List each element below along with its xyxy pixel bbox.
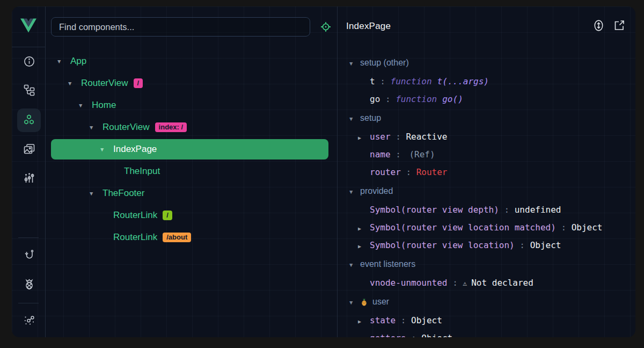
- tree-row-routerlink-2[interactable]: RouterLink /about: [46, 226, 337, 248]
- expand-arrow-icon[interactable]: [358, 333, 370, 337]
- separator: [401, 167, 416, 177]
- state-key: t: [370, 76, 375, 86]
- component-label: RouterLink: [113, 232, 157, 243]
- route-badge: /: [163, 211, 172, 220]
- sidebar-item-outline[interactable]: [17, 79, 41, 103]
- scroll-to-component-button[interactable]: [592, 19, 605, 32]
- state-row-symbol-depth: Symbol(router view depth) undefined: [338, 201, 635, 219]
- component-label: IndexPage: [113, 144, 157, 155]
- warning-icon: Not declared: [463, 278, 533, 288]
- inspect-target-button[interactable]: [317, 20, 334, 34]
- state-row-getters[interactable]: getters Object: [338, 329, 635, 337]
- component-tree-panel: App RouterView / Home RouterView index: …: [46, 47, 338, 337]
- sidebar-item-pinia[interactable]: [17, 273, 41, 297]
- state-key: Symbol(router view depth): [370, 205, 499, 215]
- expand-arrow-icon[interactable]: [358, 222, 370, 233]
- function-keyword: function: [391, 76, 432, 86]
- state-value: Object: [530, 240, 561, 250]
- tree-row-routerview-2[interactable]: RouterView index: /: [46, 116, 337, 138]
- tree-row-app[interactable]: App: [46, 50, 337, 72]
- sidebar-item-assets[interactable]: [17, 138, 41, 162]
- state-row-t: t function t(...args): [338, 73, 635, 90]
- tree-row-theinput[interactable]: TheInput: [46, 160, 337, 182]
- outline-tree-icon: [23, 84, 35, 98]
- state-row-symbol-location[interactable]: Symbol(router view location) Object: [338, 236, 635, 254]
- expand-toggle-icon[interactable]: [78, 102, 92, 108]
- component-label: TheInput: [124, 166, 160, 177]
- state-value: Router: [416, 167, 448, 177]
- component-label: RouterView: [103, 122, 150, 133]
- separator: [391, 132, 406, 142]
- sidebar-item-components[interactable]: [17, 108, 41, 132]
- inspector-header: IndexPage: [338, 6, 635, 47]
- separator: [375, 76, 391, 86]
- search-input[interactable]: [51, 17, 310, 37]
- state-key: getters: [370, 333, 406, 337]
- expand-toggle-icon[interactable]: [89, 190, 103, 197]
- section-label: event listeners: [360, 259, 415, 269]
- separator: [448, 278, 463, 288]
- section-header-setup[interactable]: setup: [338, 108, 635, 128]
- section-label: user: [372, 297, 389, 307]
- section-header-pinia-user[interactable]: user: [338, 292, 635, 311]
- separator: [515, 240, 530, 250]
- state-row-user[interactable]: user Reactive: [338, 128, 635, 146]
- sidebar-item-timeline[interactable]: [17, 167, 41, 191]
- route-badge: index: /: [155, 122, 187, 132]
- collapse-icon: [348, 259, 360, 269]
- component-label: Home: [92, 100, 116, 111]
- tree-row-routerlink[interactable]: RouterLink /: [46, 204, 337, 226]
- section-label: provided: [360, 186, 393, 196]
- state-key: Symbol(router view location matched): [370, 222, 556, 233]
- expand-toggle-icon[interactable]: [56, 58, 70, 64]
- scroll-to-component-icon: [592, 25, 605, 33]
- expand-toggle-icon[interactable]: [99, 146, 113, 153]
- state-row-state[interactable]: state Object: [338, 311, 635, 329]
- section-header-event-listeners[interactable]: event listeners: [338, 254, 635, 274]
- section-label: setup (other): [360, 58, 409, 68]
- expand-toggle-icon[interactable]: [89, 124, 103, 130]
- tree-row-home[interactable]: Home: [46, 94, 337, 116]
- collapse-icon: [348, 113, 360, 123]
- logo-cell: [12, 6, 46, 47]
- component-label: RouterView: [81, 78, 128, 89]
- state-key: vnode-unmounted: [370, 278, 448, 288]
- state-row-symbol-matched[interactable]: Symbol(router view location matched) Obj…: [338, 219, 635, 236]
- tree-row-indexpage-selected[interactable]: IndexPage: [51, 139, 328, 160]
- devtools-window: IndexPage: [12, 6, 635, 337]
- section-label: setup: [360, 113, 381, 123]
- component-label: RouterLink: [113, 210, 157, 221]
- sidebar-item-info[interactable]: [17, 50, 41, 74]
- expand-arrow-icon[interactable]: [358, 240, 370, 250]
- state-value: (Ref): [409, 149, 435, 160]
- sidebar-item-router[interactable]: [17, 244, 41, 267]
- tree-row-thefooter[interactable]: TheFooter: [46, 182, 337, 204]
- inspector-title: IndexPage: [346, 21, 391, 32]
- state-row-go: go function go(): [338, 90, 635, 108]
- expand-arrow-icon[interactable]: [358, 132, 370, 142]
- function-keyword: function: [396, 94, 437, 104]
- target-icon: [320, 21, 332, 34]
- tree-row-routerview[interactable]: RouterView /: [46, 72, 337, 94]
- section-header-setup-other[interactable]: setup (other): [338, 53, 635, 73]
- components-icon: [23, 113, 35, 128]
- graph-icon: [23, 314, 35, 328]
- function-signature: go(): [442, 94, 463, 104]
- inspector-header-actions: [592, 19, 626, 32]
- expand-toggle-icon[interactable]: [67, 80, 81, 86]
- sidebar-item-graph[interactable]: [17, 309, 41, 333]
- state-row-router: router Router: [338, 163, 635, 181]
- state-value: Object: [411, 315, 442, 325]
- component-label: App: [70, 56, 86, 67]
- expand-arrow-icon[interactable]: [358, 315, 370, 325]
- vue-logo-icon: [20, 18, 36, 35]
- state-row-vnode-unmounted: vnode-unmounted Not declared: [338, 274, 635, 292]
- function-signature: t(...args): [437, 76, 489, 86]
- pinia-store-icon: [360, 298, 368, 306]
- open-in-new-window-button[interactable]: [613, 19, 626, 32]
- state-key: Symbol(router view location): [370, 240, 515, 250]
- sidebar-rail: [12, 47, 46, 337]
- separator: [391, 149, 406, 160]
- route-badge: /about: [163, 233, 191, 242]
- section-header-provided[interactable]: provided: [338, 181, 635, 201]
